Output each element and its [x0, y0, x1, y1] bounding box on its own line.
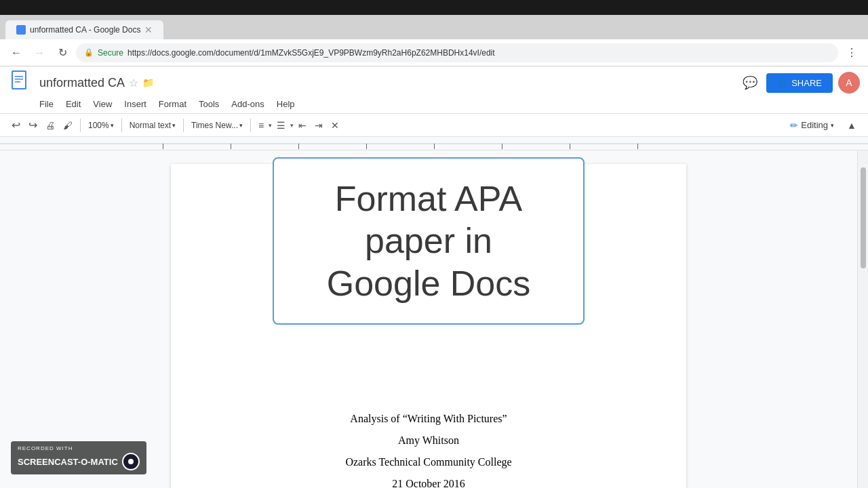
- doc-title: unformatted CA: [39, 76, 125, 90]
- url-text: https://docs.google.com/document/d/1mMZv…: [127, 48, 495, 58]
- doc-line-3: Ozarks Technical Community College: [225, 451, 632, 473]
- share-icon: 👤: [777, 78, 787, 87]
- redo-button[interactable]: ↪: [25, 117, 41, 134]
- comment-button[interactable]: 💬: [739, 72, 761, 94]
- editing-label: Editing: [801, 120, 828, 130]
- menu-addons[interactable]: Add-ons: [226, 96, 269, 112]
- editing-chevron: ▾: [831, 122, 834, 129]
- print-button[interactable]: 🖨: [42, 118, 58, 133]
- paintformat-button[interactable]: 🖌: [60, 118, 76, 133]
- zoom-value: 100%: [88, 121, 109, 130]
- tab-favicon: [16, 25, 26, 35]
- secure-icon: 🔒: [84, 48, 94, 57]
- refresh-button[interactable]: ↻: [53, 43, 72, 62]
- document-page: Format APA paper in Google Docs Analysis…: [171, 164, 686, 488]
- star-icon[interactable]: ☆: [129, 77, 138, 89]
- style-value: Normal text: [130, 121, 171, 130]
- svg-rect-4: [15, 81, 20, 83]
- overlay-title-line1: Format APA: [294, 178, 563, 220]
- address-bar[interactable]: 🔒 Secure https://docs.google.com/documen…: [76, 43, 838, 62]
- pencil-icon: ✏: [790, 120, 798, 131]
- menu-format[interactable]: Format: [153, 96, 192, 112]
- font-value: Times New...: [191, 121, 238, 130]
- zoom-chevron: ▾: [111, 122, 114, 129]
- extensions-button[interactable]: ⋮: [842, 43, 861, 62]
- overlay-title-line3: Google Docs: [294, 262, 563, 304]
- font-select[interactable]: Times New... ▾: [188, 119, 246, 132]
- watermark-recorded: RECORDED WITH: [18, 445, 140, 451]
- share-button[interactable]: 👤 SHARE: [766, 73, 833, 93]
- editing-button[interactable]: ✏ Editing ▾: [785, 117, 840, 134]
- ordered-list-button[interactable]: ≡: [255, 118, 267, 133]
- menu-help[interactable]: Help: [271, 96, 300, 112]
- menu-insert[interactable]: Insert: [119, 96, 152, 112]
- secure-label: Secure: [98, 48, 123, 58]
- overlay-title-line2: paper in: [294, 220, 563, 262]
- doc-line-4: 21 October 2016: [225, 473, 632, 488]
- unordered-list-button[interactable]: ☰: [273, 118, 289, 133]
- menu-view[interactable]: View: [87, 96, 117, 112]
- watermark-brand: SCREENCAST-O-MATIC: [18, 457, 118, 467]
- watermark: RECORDED WITH SCREENCAST-O-MATIC: [11, 441, 146, 474]
- scrollbar-thumb[interactable]: [861, 167, 866, 268]
- svg-rect-2: [15, 76, 23, 77]
- overlay-card: Format APA paper in Google Docs: [273, 157, 585, 325]
- indent-increase-button[interactable]: ⇥: [311, 118, 326, 133]
- doc-content: Analysis of “Writing With Pictures” Amy …: [225, 408, 632, 488]
- toolbar: ↩ ↪ 🖨 🖌 100% ▾ Normal text ▾ Times New..…: [0, 113, 868, 137]
- folder-icon[interactable]: 📁: [142, 77, 154, 88]
- ruler: [0, 137, 868, 150]
- tab-title: unformatted CA - Google Docs: [30, 25, 140, 35]
- undo-button[interactable]: ↩: [8, 117, 24, 134]
- zoom-select[interactable]: 100% ▾: [85, 119, 117, 132]
- svg-rect-3: [15, 79, 23, 80]
- svg-rect-1: [13, 72, 25, 88]
- clear-format-button[interactable]: ✕: [328, 118, 342, 133]
- collapse-button[interactable]: ▲: [844, 117, 860, 134]
- menu-tools[interactable]: Tools: [193, 96, 224, 112]
- doc-line-1: Analysis of “Writing With Pictures”: [225, 408, 632, 430]
- scrollbar[interactable]: [857, 150, 868, 488]
- back-button[interactable]: ←: [7, 43, 26, 62]
- style-chevron: ▾: [172, 122, 176, 129]
- font-chevron: ▾: [239, 122, 243, 129]
- browser-tab[interactable]: unformatted CA - Google Docs ✕: [5, 20, 163, 39]
- menu-file[interactable]: File: [34, 96, 59, 112]
- avatar[interactable]: A: [838, 72, 860, 94]
- share-label: SHARE: [791, 78, 822, 88]
- menu-bar: File Edit View Insert Format Tools Add-o…: [0, 95, 868, 113]
- docs-logo: [8, 70, 33, 95]
- doc-line-2: Amy Whitson: [225, 430, 632, 451]
- style-select[interactable]: Normal text ▾: [126, 119, 179, 132]
- menu-edit[interactable]: Edit: [60, 96, 86, 112]
- watermark-circle: [122, 453, 140, 470]
- doc-scroll-area[interactable]: Format APA paper in Google Docs Analysis…: [0, 150, 857, 488]
- indent-decrease-button[interactable]: ⇤: [295, 118, 310, 133]
- forward-button[interactable]: →: [30, 43, 49, 62]
